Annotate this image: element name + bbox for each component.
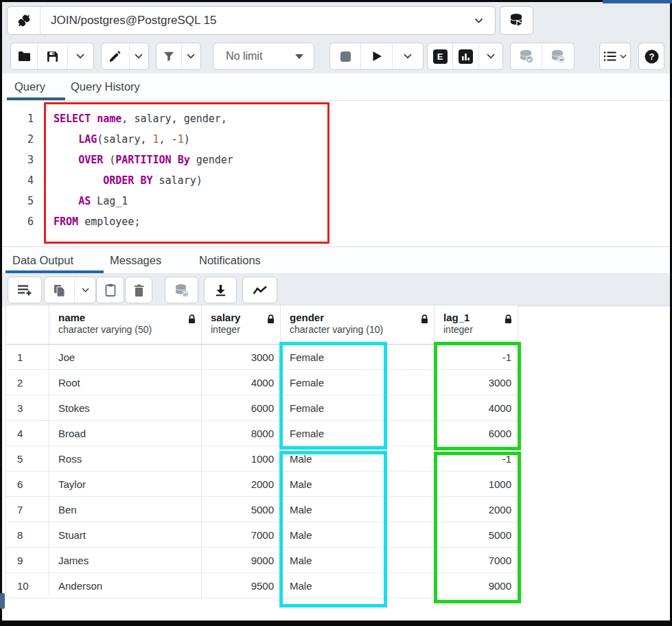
scrollbar-thumb[interactable] — [0, 593, 5, 609]
cell-salary[interactable]: 8000 — [202, 421, 281, 446]
database-new-connection-icon — [509, 13, 524, 28]
database-commit-icon — [519, 49, 534, 64]
connection-bar: JOIN/postgres@PostgreSQL 15 — [2, 2, 670, 39]
cell-salary[interactable]: 4000 — [202, 370, 281, 395]
save-data-changes-button[interactable] — [165, 277, 198, 303]
column-header-salary[interactable]: salary integer — [202, 305, 281, 345]
filter-button[interactable] — [157, 43, 182, 69]
cell-salary[interactable]: 1000 — [202, 446, 281, 472]
explain-analyze-button[interactable] — [453, 43, 479, 69]
cell-name[interactable]: Ross — [49, 446, 202, 472]
explain-button[interactable]: E — [428, 43, 453, 69]
row-number-cell[interactable]: 10 — [5, 573, 49, 599]
cell-name[interactable]: Stokes — [49, 395, 202, 421]
connection-label: JOIN/postgres@PostgreSQL 15 — [40, 14, 474, 27]
copy-options-dropdown[interactable] — [75, 277, 95, 303]
cyan-annotation-box-male — [279, 451, 387, 607]
open-file-button[interactable] — [11, 43, 38, 69]
line-number: 2 — [2, 129, 34, 150]
row-number-cell[interactable]: 9 — [5, 548, 49, 573]
ordered-list-icon — [603, 51, 617, 62]
chevron-down-icon — [404, 54, 412, 59]
row-number-cell[interactable]: 4 — [5, 421, 49, 446]
cell-name[interactable]: Taylor — [49, 472, 202, 497]
cell-salary[interactable]: 6000 — [202, 395, 281, 421]
copy-button[interactable] — [45, 277, 75, 303]
rollback-button[interactable] — [542, 43, 574, 69]
active-tab-indicator — [5, 270, 104, 273]
cell-name[interactable]: Ben — [49, 497, 202, 522]
stop-square-icon — [340, 51, 351, 62]
lock-icon — [420, 314, 429, 324]
cell-salary[interactable]: 3000 — [202, 345, 281, 370]
line-number: 3 — [2, 150, 34, 170]
row-number-cell[interactable]: 6 — [5, 472, 49, 497]
cell-name[interactable]: Joe — [49, 345, 202, 370]
row-number-cell[interactable]: 7 — [5, 497, 49, 522]
tab-messages[interactable]: Messages — [110, 247, 161, 273]
cell-name[interactable]: Root — [49, 370, 202, 395]
commit-button[interactable] — [511, 43, 542, 69]
execute-button[interactable] — [361, 43, 393, 69]
explain-icon: E — [433, 49, 448, 64]
stop-button[interactable] — [330, 43, 361, 69]
green-annotation-box-male — [434, 452, 521, 603]
delete-row-button[interactable] — [126, 277, 152, 303]
row-number-cell[interactable]: 2 — [5, 370, 49, 395]
tab-data-output[interactable]: Data Output — [12, 247, 73, 273]
filter-options-dropdown[interactable] — [182, 43, 200, 69]
column-header-gender[interactable]: gender character varying (10) — [281, 305, 435, 345]
tab-query[interactable]: Query — [14, 73, 45, 100]
macros-menu-button[interactable] — [600, 43, 630, 69]
pencil-icon — [109, 51, 121, 62]
line-number: 4 — [2, 170, 34, 191]
connection-plug-icon — [16, 13, 32, 28]
edit-button[interactable] — [102, 43, 130, 69]
add-row-button[interactable] — [8, 277, 41, 303]
top-accent-strip — [603, 0, 672, 3]
row-limit-value: No limit — [213, 50, 295, 62]
cell-salary[interactable]: 9500 — [202, 573, 281, 599]
column-header-lag-1[interactable]: lag_1 integer — [435, 305, 518, 345]
chevron-down-icon — [135, 54, 143, 59]
database-save-icon — [174, 283, 189, 297]
line-number: 1 — [2, 108, 34, 129]
cell-name[interactable]: Stuart — [49, 522, 202, 548]
download-button[interactable] — [205, 277, 236, 303]
cell-name[interactable]: Broad — [49, 421, 202, 446]
cyan-annotation-box-female — [279, 342, 387, 450]
tab-query-history[interactable]: Query History — [71, 73, 140, 100]
lock-icon — [187, 314, 196, 324]
graph-visualizer-button[interactable] — [243, 277, 277, 303]
column-header-name[interactable]: name character varying (50) — [49, 305, 202, 345]
line-number: 5 — [2, 191, 34, 211]
cell-name[interactable]: Anderson — [49, 573, 202, 599]
help-button[interactable]: ? — [639, 43, 664, 69]
cell-salary[interactable]: 7000 — [202, 522, 281, 548]
database-rollback-icon — [551, 49, 566, 64]
connection-dropdown[interactable]: JOIN/postgres@PostgreSQL 15 — [7, 6, 496, 35]
row-number-cell[interactable]: 8 — [5, 522, 49, 548]
edit-options-dropdown[interactable] — [130, 43, 148, 69]
add-row-icon — [17, 284, 32, 296]
lock-icon — [266, 314, 275, 324]
execute-options-dropdown[interactable] — [393, 43, 423, 69]
tab-notifications[interactable]: Notifications — [199, 247, 261, 273]
chevron-down-icon — [76, 54, 84, 59]
row-number-cell[interactable]: 3 — [5, 395, 49, 421]
row-number-header[interactable] — [5, 305, 49, 345]
row-limit-select[interactable]: No limit — [213, 43, 314, 70]
cell-name[interactable]: James — [49, 548, 202, 573]
data-output-toolbar — [2, 274, 670, 307]
row-number-cell[interactable]: 1 — [5, 345, 49, 370]
cell-salary[interactable]: 5000 — [202, 497, 281, 522]
save-options-dropdown[interactable] — [68, 43, 93, 69]
row-number-cell[interactable]: 5 — [5, 446, 49, 472]
explain-options-dropdown[interactable] — [479, 43, 502, 69]
clipboard-paste-icon — [105, 283, 116, 297]
paste-button[interactable] — [97, 277, 124, 303]
cell-salary[interactable]: 2000 — [202, 472, 281, 497]
cell-salary[interactable]: 9000 — [202, 548, 281, 573]
new-connection-button[interactable] — [500, 6, 533, 35]
save-file-button[interactable] — [38, 43, 67, 69]
